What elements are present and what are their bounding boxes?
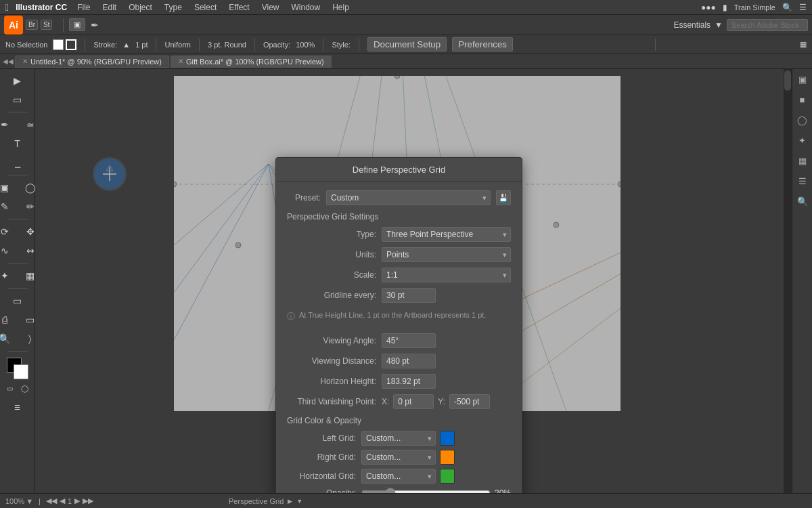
apple-menu[interactable]: : [5, 2, 9, 13]
prev-btn[interactable]: ◀: [60, 496, 65, 505]
type-select[interactable]: One Point Perspective Two Point Perspect…: [382, 227, 511, 242]
page-number: 1: [68, 497, 72, 505]
next-last-btn[interactable]: ▶▶: [83, 496, 93, 505]
search-icon[interactable]: 🔍: [782, 3, 792, 12]
document-setup-button[interactable]: Document Setup: [367, 37, 447, 51]
app-name: Illustrator CC: [16, 3, 67, 12]
preferences-button[interactable]: Preferences: [452, 37, 513, 51]
viewing-angle-input[interactable]: [382, 333, 436, 348]
perspective-stop-btn[interactable]: ▼: [296, 498, 302, 505]
left-grid-row: Left Grid: Custom... Red Blue: [287, 431, 511, 446]
menu-select[interactable]: Select: [189, 1, 221, 14]
stroke-color-swatch[interactable]: [66, 39, 76, 50]
pen-tool[interactable]: ✒: [0, 116, 17, 133]
left-grid-swatch[interactable]: [440, 431, 455, 446]
screen-mode[interactable]: ◯: [19, 382, 31, 394]
view-mode-btn[interactable]: ▣: [69, 18, 85, 31]
pen-tool-icon[interactable]: ✒: [91, 20, 99, 30]
viewing-distance-input[interactable]: [382, 354, 436, 368]
collapse-icon[interactable]: ◀◀: [3, 58, 14, 65]
artboard-tool[interactable]: ▭: [5, 292, 30, 310]
horizon-height-input[interactable]: [382, 374, 436, 389]
symbol-tool[interactable]: ✦: [0, 267, 17, 284]
menu-view[interactable]: View: [257, 1, 284, 14]
vp-y-input[interactable]: [449, 394, 490, 409]
vp-row: Third Vanishing Point: X: Y:: [287, 394, 511, 409]
tab-giftbox[interactable]: ✕ Gift Box.ai* @ 100% (RGB/GPU Preview): [171, 56, 332, 68]
stroke-value[interactable]: 1 pt: [135, 41, 148, 49]
tab-close-giftbox[interactable]: ✕: [178, 58, 183, 65]
menu-file[interactable]: File: [72, 1, 95, 14]
uniform-select[interactable]: Uniform: [164, 41, 191, 49]
perspective-grid-status: Perspective Grid ▶ ▼: [229, 497, 302, 505]
arrange-icon[interactable]: ▦: [800, 40, 807, 49]
perspective-play-btn[interactable]: ▶: [288, 498, 292, 505]
menu-icon[interactable]: ☰: [799, 3, 807, 12]
color-swatches: [5, 358, 30, 379]
stroke-up-arrow[interactable]: ▲: [122, 41, 130, 49]
preset-select[interactable]: Custom 1 Point Normal View 2 Point Norma…: [326, 190, 491, 205]
left-grid-select[interactable]: Custom... Red Blue: [361, 431, 436, 446]
right-panel-btn5[interactable]: ▦: [795, 153, 810, 168]
opacity-slider[interactable]: [361, 488, 491, 493]
scale-label: Scale:: [287, 270, 382, 280]
selection-tool[interactable]: ▶: [5, 72, 30, 89]
rotate-tool[interactable]: ⟳: [0, 223, 17, 240]
battery-icon: ▮: [723, 3, 727, 12]
normal-mode[interactable]: ▭: [4, 382, 16, 394]
menu-help[interactable]: Help: [328, 1, 354, 14]
essentials-label[interactable]: Essentials: [673, 20, 710, 30]
opacity-value[interactable]: 100%: [296, 41, 315, 49]
prev-first-btn[interactable]: ◀◀: [46, 496, 57, 505]
rect-tool[interactable]: ▣: [0, 179, 17, 196]
menubar:  Illustrator CC File Edit Object Type S…: [0, 0, 812, 15]
menu-effect[interactable]: Effect: [224, 1, 254, 14]
horizontal-grid-select[interactable]: Custom... Green: [361, 469, 436, 484]
units-select[interactable]: Points Pixels Picas Inches Millimeters C…: [382, 247, 511, 262]
tab-untitled[interactable]: ✕ Untitled-1* @ 90% (RGB/GPU Preview): [15, 56, 169, 68]
menu-window[interactable]: Window: [287, 1, 325, 14]
right-panel-btn4[interactable]: ✦: [795, 133, 810, 148]
fill-color-swatch[interactable]: [53, 39, 64, 50]
selection-bar: No Selection Stroke: ▲ 1 pt Uniform 3 pt…: [0, 35, 812, 54]
tab-close-untitled[interactable]: ✕: [22, 58, 28, 65]
menu-object[interactable]: Object: [124, 1, 157, 14]
right-panel-btn6[interactable]: ☰: [795, 173, 810, 188]
right-panel: ▣ ■ ◯ ✦ ▦ ☰ 🔍: [792, 69, 812, 493]
horizontal-grid-swatch[interactable]: [440, 469, 455, 484]
menu-edit[interactable]: Edit: [97, 1, 121, 14]
zoom-chevron[interactable]: ▼: [26, 497, 33, 505]
gridline-label: Gridline every:: [287, 291, 382, 300]
menu-type[interactable]: Type: [160, 1, 187, 14]
scale-select[interactable]: 1:1 1:2 1:4: [382, 268, 511, 282]
right-grid-swatch[interactable]: [440, 450, 455, 465]
round-select[interactable]: 3 pt. Round: [208, 41, 246, 49]
vp-x-input[interactable]: [393, 394, 434, 409]
right-panel-btn7[interactable]: 🔍: [795, 194, 810, 209]
line-tool[interactable]: ⎯: [5, 154, 30, 171]
wifi-icon: ●●●: [701, 3, 716, 12]
gridline-input[interactable]: [382, 288, 436, 303]
document-tabs: ◀◀ ✕ Untitled-1* @ 90% (RGB/GPU Preview)…: [0, 54, 812, 69]
viewing-angle-row: Viewing Angle:: [287, 333, 511, 348]
right-panel-btn1[interactable]: ▣: [795, 72, 810, 87]
save-preset-button[interactable]: 💾: [496, 190, 511, 205]
slice-tool[interactable]: ⎙: [0, 311, 17, 329]
next-btn[interactable]: ▶: [74, 496, 80, 505]
right-panel-btn3[interactable]: ◯: [795, 112, 810, 127]
br-badge[interactable]: Br: [26, 20, 38, 30]
right-grid-select[interactable]: Custom... Orange: [361, 450, 436, 465]
left-grid-select-wrap: Custom... Red Blue: [361, 431, 436, 446]
warp-tool[interactable]: ∿: [0, 242, 17, 259]
st-badge[interactable]: St: [41, 20, 52, 30]
essentials-chevron[interactable]: ▼: [715, 20, 723, 30]
zoom-tool[interactable]: 🔍: [0, 330, 17, 347]
zoom-value[interactable]: 100%: [5, 497, 24, 505]
type-tool[interactable]: T: [5, 135, 30, 152]
right-panel-btn2[interactable]: ■: [795, 92, 810, 107]
paintbrush-tool[interactable]: ✎: [0, 198, 17, 215]
background-color[interactable]: [14, 364, 28, 379]
stock-search-input[interactable]: [727, 19, 808, 31]
direct-selection-tool[interactable]: ▭: [5, 91, 30, 108]
change-screen-mode[interactable]: ☰: [5, 398, 30, 416]
